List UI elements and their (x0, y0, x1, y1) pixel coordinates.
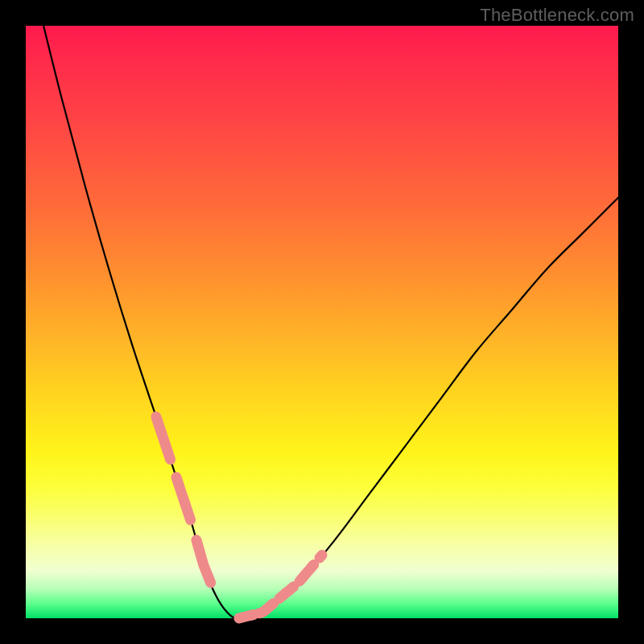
highlight-seg-1-3 (299, 565, 314, 582)
highlight-seg-1-4 (320, 555, 322, 557)
highlight-seg-1-1 (259, 604, 274, 613)
plot-area (26, 26, 618, 618)
highlight-seg-0-0 (156, 417, 171, 460)
chart-svg (26, 26, 618, 618)
highlight-seg-1-0 (239, 615, 254, 618)
bottleneck-curve (43, 26, 618, 618)
outer-frame: TheBottleneck.com (0, 0, 644, 644)
highlight-segments (156, 417, 322, 618)
watermark-text: TheBottleneck.com (480, 5, 634, 26)
highlight-seg-0-1 (176, 477, 191, 520)
highlight-seg-1-2 (279, 587, 294, 599)
highlight-seg-0-2 (196, 540, 211, 583)
